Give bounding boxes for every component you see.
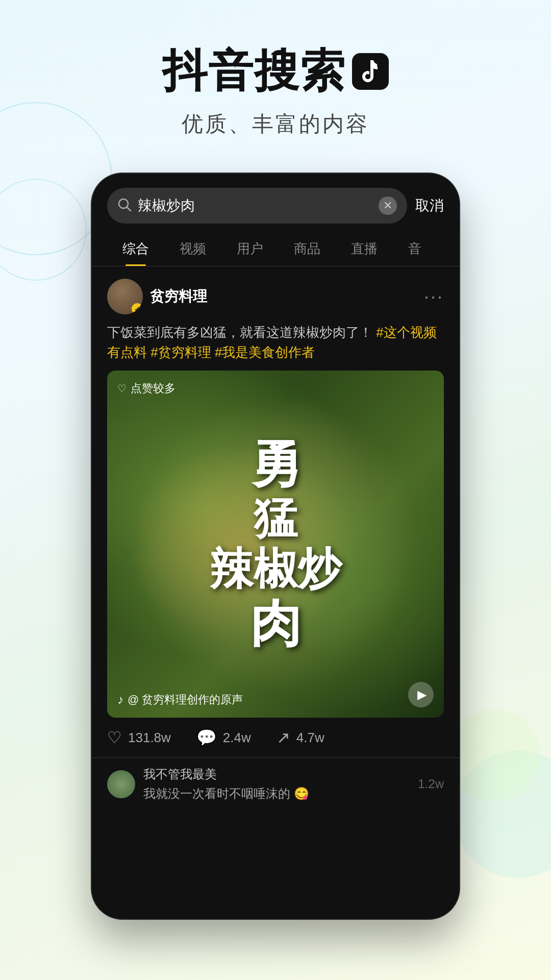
comment-preview: 我不管我最美 我就没一次看时不咽唾沫的 😋 1.2w	[92, 757, 459, 810]
tab-直播[interactable]: 直播	[336, 232, 393, 266]
likes-value: 131.8w	[128, 730, 171, 746]
phone-frame: 辣椒炒肉 ✕ 取消 综合 视频 用户 商品	[92, 174, 459, 919]
post-description: 下饭菜到底有多凶猛，就看这道辣椒炒肉了！ #这个视频有点料 #贫穷料理 #我是美…	[107, 323, 444, 362]
video-title-overlay: 勇 猛 辣椒炒 肉	[210, 435, 341, 653]
search-input-container[interactable]: 辣椒炒肉 ✕	[107, 188, 407, 224]
like-badge-text: 点赞较多	[131, 381, 176, 396]
likes-count[interactable]: ♡ 131.8w	[107, 728, 171, 747]
heart-icon: ♡	[107, 728, 122, 747]
comments-count[interactable]: 💬 2.4w	[196, 728, 251, 747]
hashtag-2[interactable]: #贫穷料理	[151, 345, 211, 360]
username: 贫穷料理	[150, 287, 207, 306]
search-clear-button[interactable]: ✕	[379, 197, 397, 215]
share-icon: ↗	[277, 728, 290, 747]
comment-icon: 💬	[196, 728, 217, 747]
tiktok-icon: ♪	[117, 693, 123, 707]
tab-视频[interactable]: 视频	[164, 232, 221, 266]
phone-mockup: 辣椒炒肉 ✕ 取消 综合 视频 用户 商品	[92, 174, 459, 919]
commenter-avatar	[107, 770, 135, 798]
search-icon	[117, 198, 132, 214]
post-text-main: 下饭菜到底有多凶猛，就看这道辣椒炒肉了！	[107, 325, 372, 340]
post-user[interactable]: ✓ 贫穷料理	[107, 279, 207, 314]
play-button[interactable]: ▶	[408, 682, 434, 707]
bg-blob2	[449, 709, 541, 801]
audio-text: @ 贫穷料理创作的原声	[128, 692, 243, 707]
svg-line-2	[127, 207, 131, 211]
shares-count[interactable]: ↗ 4.7w	[277, 728, 324, 747]
search-bar: 辣椒炒肉 ✕ 取消	[92, 174, 459, 232]
search-tabs: 综合 视频 用户 商品 直播 音	[92, 232, 459, 266]
tiktok-logo-icon	[352, 53, 389, 90]
verified-badge: ✓	[132, 303, 143, 314]
comment-text: 我就没一次看时不咽唾沫的 😋	[143, 786, 410, 802]
tab-用户[interactable]: 用户	[221, 232, 279, 266]
comments-value: 2.4w	[223, 730, 251, 746]
post-card: ✓ 贫穷料理 ··· 下饭菜到底有多凶猛，就看这道辣椒炒肉了！ #这个视频有点料…	[92, 266, 459, 757]
tab-综合[interactable]: 综合	[107, 232, 164, 266]
like-badge: ♡ 点赞较多	[117, 381, 176, 396]
tab-商品[interactable]: 商品	[279, 232, 336, 266]
engagement-bar: ♡ 131.8w 💬 2.4w ↗ 4.7w	[107, 718, 444, 757]
phone-screen: 辣椒炒肉 ✕ 取消 综合 视频 用户 商品	[92, 174, 459, 919]
post-header: ✓ 贫穷料理 ···	[107, 279, 444, 314]
heart-icon: ♡	[117, 382, 127, 395]
play-icon: ▶	[417, 688, 427, 702]
close-icon: ✕	[383, 199, 392, 212]
avatar: ✓	[107, 279, 143, 314]
search-query: 辣椒炒肉	[138, 196, 372, 215]
shares-value: 4.7w	[296, 730, 324, 746]
comment-content: 我不管我最美 我就没一次看时不咽唾沫的 😋	[143, 766, 410, 802]
content-area: ✓ 贫穷料理 ··· 下饭菜到底有多凶猛，就看这道辣椒炒肉了！ #这个视频有点料…	[92, 266, 459, 919]
comment-count: 1.2w	[418, 777, 444, 791]
search-cancel-button[interactable]: 取消	[415, 196, 444, 215]
tab-音[interactable]: 音	[393, 232, 437, 266]
hashtag-3[interactable]: #我是美食创作者	[215, 345, 315, 360]
video-thumbnail[interactable]: ♡ 点赞较多 勇 猛 辣椒炒 肉	[107, 371, 444, 718]
more-options-icon[interactable]: ···	[424, 286, 444, 307]
app-title: 抖音搜索	[162, 41, 346, 102]
commenter-name: 我不管我最美	[143, 766, 410, 782]
audio-bar: ♪ @ 贫穷料理创作的原声	[117, 692, 243, 707]
